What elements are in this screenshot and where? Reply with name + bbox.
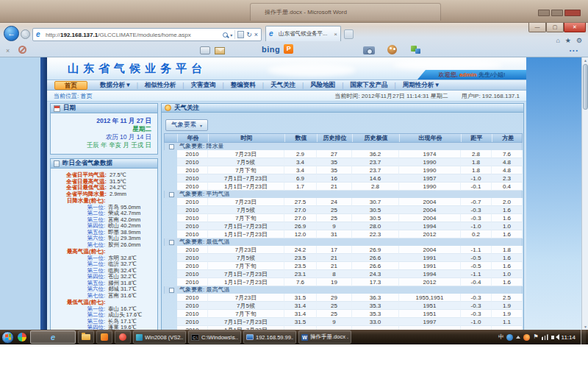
taskbar-app-orange-button[interactable] <box>96 330 112 344</box>
nav-item-5[interactable]: 天气关注 <box>264 81 302 90</box>
taskbar-window-button-0[interactable]: Win2008 (VS2... <box>133 330 186 344</box>
toolbar-close-icon[interactable]: × <box>6 47 10 54</box>
group-checkbox[interactable] <box>169 288 174 293</box>
new-tab-button[interactable] <box>344 29 354 39</box>
home-icon[interactable]: ⌂ <box>556 37 559 44</box>
table-group-row: 气象要素: 最高气温 <box>164 286 523 294</box>
cell: 1.6 <box>492 254 523 262</box>
pinned-app-icon[interactable] <box>18 333 26 342</box>
cell: 23.5 <box>284 262 317 270</box>
taskbar-media-button[interactable] <box>115 330 131 344</box>
cell: 1990 <box>399 183 461 191</box>
nav-item-6[interactable]: 风险地图 <box>304 81 342 90</box>
cell: 16 <box>317 174 352 183</box>
browser-tab[interactable]: e 山东省气候业务平... × <box>265 26 341 41</box>
element-dropdown-button[interactable]: 气象要素▾ <box>165 119 208 131</box>
forward-button[interactable]: → <box>21 29 30 39</box>
network-icon[interactable] <box>542 334 548 340</box>
table-row: 20107月23日2.92736.219742.87.6 <box>164 150 523 158</box>
table-row: 20107月5候31.42535.31951-0.31.9 <box>164 302 523 310</box>
nav-item-8[interactable]: 周期性分析 ▾ <box>396 81 445 90</box>
rank-item: 第七位:胶州 26.0mm <box>51 242 156 249</box>
weather-stat-row: 全省平均降水量:2.9mm <box>51 191 156 198</box>
minimize-button[interactable]: — <box>528 23 546 32</box>
taskbar-window-button-2[interactable]: 192.168.59.99... <box>243 330 296 344</box>
search-caret-icon[interactable]: ▾ <box>230 32 232 38</box>
compatibility-view-icon[interactable] <box>237 31 244 38</box>
cell: 7月下旬 <box>208 214 284 222</box>
table-row: 20107月1日~7月23日31.5933.01997-1.01.1 <box>164 318 523 326</box>
action-center-flag-icon[interactable]: ⚑ <box>533 334 538 340</box>
favorites-star-icon[interactable]: ★ <box>565 37 571 44</box>
header-checkbox-cell <box>165 134 178 142</box>
nav-item-1[interactable]: 数据分析 ▾ <box>93 81 137 90</box>
window-controls: — ▢ ✕ <box>528 23 586 32</box>
breadcrumb[interactable]: 当前位置: 首页 <box>54 92 92 100</box>
main-panel-body: 气象要素▾ 年份时间数值历史排位历史极值出现年份距平方差气象要素: 降水量201… <box>161 113 524 330</box>
close-button[interactable]: ✕ <box>564 23 586 32</box>
taskbar-window-button-3[interactable]: W操作手册.docx ... <box>298 330 351 344</box>
main-panel-title: 天气关注 <box>174 104 199 113</box>
cell: 17.3 <box>352 278 399 286</box>
stop-icon[interactable]: × <box>254 31 258 38</box>
volume-icon[interactable] <box>551 336 554 339</box>
cell: 1991 <box>399 254 461 262</box>
nav-item-3[interactable]: 灾害查询 <box>184 81 223 90</box>
cell: 2010 <box>177 183 208 191</box>
group-checkbox[interactable] <box>169 192 174 197</box>
tools-gear-icon[interactable]: ⚙ <box>576 37 582 44</box>
address-bar[interactable]: e http://192.168.137.1/GLCCLIMATE/module… <box>32 28 262 41</box>
nav-item-0[interactable]: 首页 <box>54 81 87 90</box>
language-indicator[interactable]: 中 <box>498 333 504 341</box>
scrollbar-thumb[interactable] <box>583 64 588 110</box>
url-text[interactable]: http://192.168.137.1/GLCCLIMATE/modules/… <box>46 32 220 38</box>
group-checkbox[interactable] <box>169 240 174 245</box>
tray-expand-icon[interactable] <box>516 336 520 339</box>
cell: 21 <box>317 183 352 191</box>
cell: 7月1日~7月23日 <box>208 270 284 278</box>
scroll-up-icon[interactable]: ▲ <box>582 58 588 63</box>
tab-favicon: e <box>269 30 276 38</box>
maximize-button[interactable]: ▢ <box>546 23 564 32</box>
nav-item-4[interactable]: 整编资料 <box>224 81 262 90</box>
climate-data-table: 年份时间数值历史排位历史极值出现年份距平方差气象要素: 降水量20107月23日… <box>164 133 523 330</box>
cell: 2010 <box>177 230 208 238</box>
page-scrollbar[interactable]: ▲ ▼ <box>581 57 588 330</box>
column-header: 历史极值 <box>353 134 400 142</box>
overflow-dots-icon[interactable]: ••• <box>570 48 579 53</box>
cell: 1.6 <box>492 230 523 238</box>
refresh-icon[interactable]: ↻ <box>246 31 252 38</box>
bing-logo[interactable]: bing <box>262 45 280 54</box>
start-button[interactable] <box>1 331 14 344</box>
puzzle-extension-icon[interactable] <box>411 46 421 54</box>
taskbar-clock[interactable]: 11:14 <box>562 334 576 341</box>
ime-icon[interactable] <box>506 334 513 341</box>
toolbar-block-icon[interactable] <box>18 46 26 54</box>
sogou-icon[interactable]: P <box>284 44 293 54</box>
search-icon[interactable] <box>223 32 228 38</box>
scroll-down-icon[interactable]: ▼ <box>582 325 588 329</box>
cell: 12.0 <box>284 230 317 238</box>
paw-extension-icon[interactable] <box>387 45 397 54</box>
group-checkbox[interactable] <box>169 144 174 149</box>
group-label: 气象要素: 平均气温 <box>178 191 523 198</box>
cell: 14.6 <box>352 174 399 183</box>
tab-close-icon[interactable]: × <box>334 31 337 38</box>
snip-tool-icon[interactable] <box>200 46 210 54</box>
firefox-tray-icon[interactable] <box>523 334 530 341</box>
taskbar-explorer-button[interactable] <box>78 330 94 344</box>
back-button[interactable]: ← <box>4 26 19 41</box>
show-desktop-button[interactable] <box>581 330 586 344</box>
weekday: 星期二 <box>54 125 151 133</box>
info-bar: 当前位置: 首页 当前时间: 2012年11月27日 11:14:31 星期二 … <box>47 91 526 102</box>
cell: 33.0 <box>352 318 399 326</box>
taskbar-window-button-1[interactable]: C:\C:\Windows\s... <box>188 330 241 344</box>
nav-item-7[interactable]: 国家下发产品 <box>343 81 394 90</box>
nav-item-2[interactable]: 相似性分析 <box>138 81 183 90</box>
mail-icon[interactable] <box>215 47 225 54</box>
rdp-icon <box>246 334 254 340</box>
taskbar-ie-button[interactable]: e <box>30 330 76 344</box>
bing-search-group[interactable]: bing P <box>262 44 293 54</box>
cell: 1月1日~7月23日 <box>208 230 284 238</box>
camera-extension-icon[interactable] <box>363 46 375 54</box>
